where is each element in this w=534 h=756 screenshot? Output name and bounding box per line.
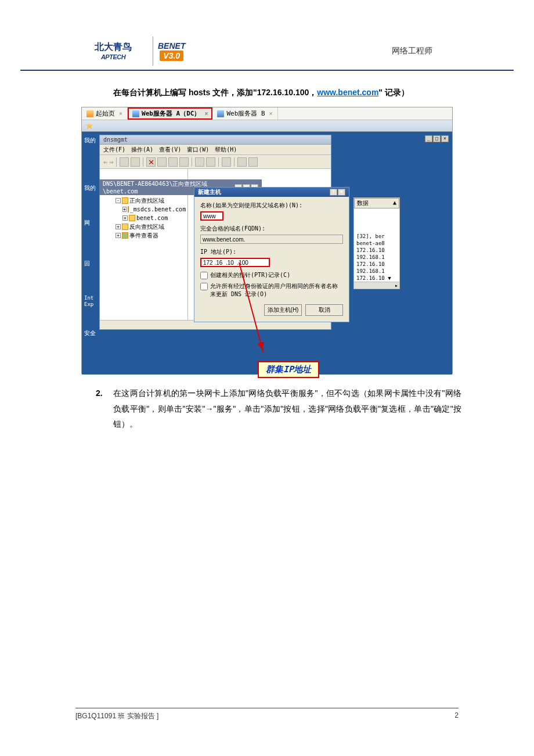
- minimize-button[interactable]: _: [425, 135, 432, 142]
- add-host-button[interactable]: 添加主机(H): [264, 304, 302, 316]
- data-row[interactable]: 172.16.10: [354, 247, 399, 254]
- instr-ip: 172.16.10.100，: [257, 88, 317, 97]
- logo-group: 北大青鸟 APTECH BENET V3.0: [20, 35, 185, 67]
- help-icon[interactable]: [195, 157, 204, 167]
- benet-logo: BENET V3.0: [158, 41, 185, 61]
- ip-input[interactable]: [200, 258, 270, 267]
- data-row[interactable]: [32], ber: [354, 233, 399, 240]
- secondary-toolbar: [82, 120, 452, 132]
- tab-start-label: 起始页: [96, 109, 115, 118]
- maximize-button[interactable]: □: [433, 135, 441, 142]
- tab-wsb-label: Web服务器 B: [226, 109, 265, 118]
- data-row[interactable]: 172.16.10: [354, 261, 399, 268]
- cancel-button[interactable]: 取消: [305, 304, 343, 316]
- tab-web-server-b[interactable]: Web服务器 B ×: [212, 107, 277, 120]
- expand-icon[interactable]: +: [116, 224, 121, 229]
- desktop-area: _ □ × 我的 我的 网 回 IntExp 安全 dnsmgmt 文件(F) …: [82, 132, 452, 375]
- desktop-icon-label: 回: [84, 260, 90, 268]
- home-icon: [86, 110, 93, 117]
- close-button[interactable]: ×: [338, 189, 345, 196]
- delete-icon[interactable]: ✕: [146, 157, 156, 167]
- dns-update-checkbox[interactable]: [200, 283, 208, 290]
- zone-icon: [128, 206, 129, 213]
- export-icon[interactable]: [179, 157, 189, 167]
- tool-icon[interactable]: [206, 157, 215, 167]
- expand-icon[interactable]: +: [122, 207, 127, 212]
- tab-wsa-label: Web服务器 A（DC）: [142, 109, 200, 118]
- ptr-checkbox-row[interactable]: 创建相关的指针(PTR)记录(C): [200, 271, 343, 279]
- list-icon[interactable]: [131, 157, 140, 167]
- column-header[interactable]: 数据 ▲: [354, 198, 399, 208]
- expand-icon[interactable]: +: [122, 215, 128, 221]
- menu-action[interactable]: 操作(A): [131, 146, 153, 154]
- collapse-icon[interactable]: -: [116, 198, 121, 203]
- tree-event[interactable]: 事件查看器: [129, 231, 158, 240]
- window-titlebar: dnsmgmt: [100, 135, 331, 145]
- benet-version: V3.0: [160, 51, 183, 61]
- page-footer: [BG1Q11091 班 实验报告 ] 2: [75, 708, 459, 721]
- tab-start[interactable]: 起始页 ×: [82, 107, 128, 120]
- step-text: 在这两台计算机的第一块网卡上添加"网络负载平衡服务"，但不勾选（如果网卡属性中没…: [113, 386, 461, 432]
- menu-window[interactable]: 窗口(W): [187, 146, 209, 154]
- forward-icon[interactable]: ⇒: [109, 158, 113, 166]
- ptr-checkbox[interactable]: [200, 272, 208, 279]
- new-host-dialog: 新建主机 ? × 名称(如果为空则使用其父域名称)(N): 完全合格的域名(FQ…: [194, 187, 349, 322]
- help-button[interactable]: ?: [330, 189, 337, 196]
- back-icon[interactable]: ⇐: [103, 158, 107, 166]
- instruction-line: 在每台计算机上编写 hosts 文件，添加"172.16.10.100，www.…: [20, 85, 514, 100]
- page-title: 网络工程师: [392, 46, 514, 56]
- desktop-icon-label: 我的: [84, 136, 96, 145]
- step-2-paragraph: 2. 在这两台计算机的第一块网卡上添加"网络负载平衡服务"，但不勾选（如果网卡属…: [20, 386, 514, 432]
- data-row[interactable]: 192.168.1: [354, 254, 399, 261]
- dialog-title-text: 新建主机: [198, 188, 221, 196]
- tab-web-server-a[interactable]: Web服务器 A（DC） ×: [128, 107, 212, 120]
- tree-fwd[interactable]: 正向查找区域: [129, 196, 164, 205]
- star-icon[interactable]: [85, 122, 93, 130]
- aptech-logo: 北大青鸟 APTECH: [78, 35, 148, 67]
- vm-tab-bar: 起始页 × Web服务器 A（DC） × Web服务器 B ×: [82, 107, 452, 120]
- tool-icon[interactable]: [222, 157, 231, 167]
- data-row[interactable]: 192.168.1: [354, 268, 399, 275]
- expand-icon[interactable]: +: [116, 233, 121, 238]
- scroll-down-icon[interactable]: ▼: [388, 275, 391, 281]
- tool-icon[interactable]: [237, 157, 247, 167]
- refresh-icon[interactable]: [168, 157, 178, 167]
- close-icon[interactable]: ×: [204, 110, 208, 117]
- toolbar: ⇐ ⇒ ✕: [100, 155, 331, 169]
- close-icon[interactable]: ×: [269, 110, 273, 117]
- menu-view[interactable]: 查看(V): [159, 146, 181, 154]
- tree-benet[interactable]: benet.com: [136, 214, 168, 222]
- tree-rev[interactable]: 反向查找区域: [129, 222, 164, 231]
- server-icon: [217, 110, 224, 117]
- fqdn-label: 完全合格的域名(FQDN):: [200, 225, 343, 233]
- header-bar: 北大青鸟 APTECH BENET V3.0 网络工程师: [20, 35, 514, 71]
- logo-text-en: APTECH: [101, 53, 125, 60]
- menu-file[interactable]: 文件(F): [103, 146, 125, 154]
- data-row[interactable]: 172.16.10 ▼: [354, 275, 399, 282]
- close-icon[interactable]: ×: [119, 110, 122, 117]
- window-title: dnsmgmt: [103, 136, 128, 143]
- tree-msdcs[interactable]: _msdcs.benet.com: [130, 205, 186, 214]
- up-icon[interactable]: [120, 157, 129, 167]
- server-icon: [132, 110, 139, 117]
- sort-icon[interactable]: ▲: [393, 199, 396, 207]
- fqdn-display: [200, 235, 343, 244]
- properties-icon[interactable]: [157, 157, 167, 167]
- data-pane: 数据 ▲ [32], ber benet-ae8 172.16.10 192.1…: [353, 197, 400, 289]
- data-row[interactable]: benet-ae8: [354, 240, 399, 247]
- scrollbar[interactable]: ▸: [354, 282, 399, 289]
- tool-icon[interactable]: [248, 157, 258, 167]
- instr-pre: 在每台计算机上编写 hosts 文件，添加": [113, 88, 257, 97]
- benet-link[interactable]: www.benet.com: [317, 88, 378, 97]
- folder-icon: [122, 224, 128, 230]
- desktop-icon-label: 网: [84, 219, 90, 227]
- zone-icon: [129, 215, 135, 221]
- close-button[interactable]: ×: [441, 135, 449, 142]
- footer-page-number: 2: [454, 711, 459, 721]
- dns-update-checkbox-row[interactable]: 允许所有经过身份验证的用户用相同的所有者名称来更新 DNS 记录(O): [200, 282, 343, 298]
- dns-update-label: 允许所有经过身份验证的用户用相同的所有者名称来更新 DNS 记录(O): [210, 282, 343, 298]
- screenshot-container: 起始页 × Web服务器 A（DC） × Web服务器 B × _ □ ×: [81, 107, 453, 374]
- menu-help[interactable]: 帮助(H): [215, 146, 237, 154]
- footer-left: [BG1Q11091 班 实验报告 ]: [75, 711, 158, 721]
- name-input[interactable]: [200, 211, 223, 221]
